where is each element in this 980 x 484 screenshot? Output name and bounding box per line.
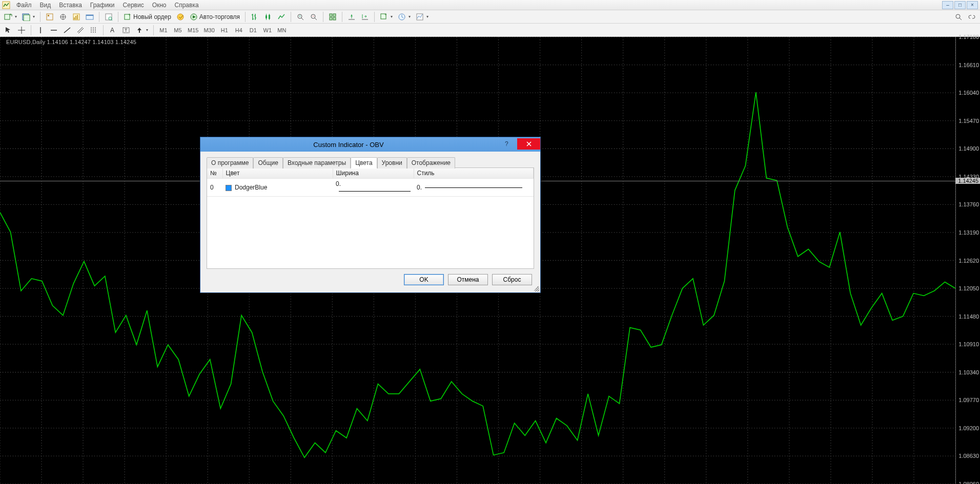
cancel-button[interactable]: Отмена xyxy=(448,274,488,285)
color-name: DodgerBlue xyxy=(235,184,267,191)
col-width[interactable]: Ширина xyxy=(333,168,414,179)
col-n[interactable]: № xyxy=(207,168,222,179)
close-button[interactable]: × xyxy=(967,1,978,9)
tab-levels[interactable]: Уровни xyxy=(377,157,407,169)
menu-service[interactable]: Сервис xyxy=(119,1,148,10)
colors-grid[interactable]: № Цвет Ширина Стиль 0 DodgerBlue 0. xyxy=(207,168,534,197)
y-axis-label: 1.11480 xyxy=(958,313,979,320)
text-label-button[interactable]: T xyxy=(120,25,132,36)
profiles-button[interactable] xyxy=(20,11,37,23)
minimize-button[interactable]: – xyxy=(942,1,953,9)
svg-rect-6 xyxy=(48,15,49,16)
bar-chart-button[interactable] xyxy=(249,11,261,23)
tab-about[interactable]: О программе xyxy=(207,157,253,169)
hline-button[interactable] xyxy=(48,25,60,36)
fibo-button[interactable] xyxy=(88,25,100,36)
tf-m30[interactable]: M30 xyxy=(201,25,216,36)
chart-area[interactable]: EURUSD,Daily 1.14106 1.14247 1.14103 1.1… xyxy=(0,37,980,484)
strategy-tester-button[interactable] xyxy=(103,11,115,23)
svg-point-18 xyxy=(177,14,183,20)
reset-button[interactable]: Сброс xyxy=(492,274,532,285)
menu-view[interactable]: Вид xyxy=(36,1,55,10)
svg-rect-28 xyxy=(333,14,336,16)
indicator-dialog[interactable]: Custom Indicator - OBV ? О программе Общ… xyxy=(200,137,541,293)
y-axis-label: 1.10910 xyxy=(958,341,979,347)
maximize-button[interactable]: □ xyxy=(954,1,966,9)
svg-text:+: + xyxy=(299,14,301,18)
tf-w1[interactable]: W1 xyxy=(261,25,274,36)
search-button[interactable] xyxy=(952,11,965,23)
dialog-titlebar[interactable]: Custom Indicator - OBV ? xyxy=(200,137,540,152)
zoom-out-button[interactable]: − xyxy=(308,11,320,23)
style-value: 0. xyxy=(417,184,422,191)
tf-m1[interactable]: M1 xyxy=(157,25,170,36)
tf-h1[interactable]: H1 xyxy=(218,25,231,36)
metaeditor-button[interactable] xyxy=(174,11,187,23)
y-axis-label: 1.08060 xyxy=(958,481,979,484)
window-controls: – □ × xyxy=(942,1,979,9)
tf-m5[interactable]: M5 xyxy=(171,25,185,36)
cell-width[interactable]: 0. xyxy=(333,179,414,197)
autoscroll-button[interactable] xyxy=(359,11,371,23)
dialog-footer: OK Отмена Сброс xyxy=(207,269,534,286)
menu-charts[interactable]: Графики xyxy=(86,1,119,10)
arrows-button[interactable] xyxy=(133,25,150,36)
menu-window[interactable]: Окно xyxy=(148,1,171,10)
tab-colors[interactable]: Цвета xyxy=(351,157,377,169)
indicators-button[interactable]: + xyxy=(378,11,395,23)
dialog-help-button[interactable]: ? xyxy=(497,138,517,150)
y-axis-label: 1.10340 xyxy=(958,369,979,375)
tf-d1[interactable]: D1 xyxy=(247,25,260,36)
line-chart-button[interactable] xyxy=(275,11,288,23)
trendline-button[interactable] xyxy=(61,25,73,36)
tf-mn[interactable]: MN xyxy=(275,25,289,36)
tf-m15[interactable]: M15 xyxy=(186,25,200,36)
candle-chart-button[interactable] xyxy=(262,11,274,23)
svg-rect-5 xyxy=(47,14,53,20)
zoom-in-button[interactable]: + xyxy=(294,11,307,23)
navigator-button[interactable] xyxy=(57,11,69,23)
text-button[interactable]: A xyxy=(107,25,119,36)
price-axis: 1.171801.166101.160401.154701.149001.143… xyxy=(955,37,980,484)
crosshair-button[interactable] xyxy=(15,25,28,36)
menu-file[interactable]: Файл xyxy=(12,1,36,10)
col-color[interactable]: Цвет xyxy=(222,168,333,179)
tab-display[interactable]: Отображение xyxy=(407,157,455,169)
dialog-close-button[interactable] xyxy=(517,138,540,150)
shift-chart-button[interactable] xyxy=(345,11,358,23)
vline-button[interactable] xyxy=(34,25,47,36)
svg-text:A: A xyxy=(110,27,114,34)
autotrade-button[interactable]: Авто-торговля xyxy=(188,11,242,23)
periods-button[interactable] xyxy=(396,11,413,23)
tf-h4[interactable]: H4 xyxy=(232,25,246,36)
tab-inputs[interactable]: Входные параметры xyxy=(283,157,351,169)
dialog-tabs: О программе Общие Входные параметры Цвет… xyxy=(207,157,534,168)
data-window-button[interactable] xyxy=(70,11,83,23)
menu-help[interactable]: Справка xyxy=(171,1,203,10)
svg-text:+: + xyxy=(9,13,12,17)
cell-style[interactable]: 0. xyxy=(414,179,534,197)
templates-button[interactable] xyxy=(414,11,431,23)
channel-button[interactable] xyxy=(74,25,87,36)
tile-windows-button[interactable] xyxy=(326,11,339,23)
cell-color[interactable]: DodgerBlue xyxy=(222,179,333,197)
link-button[interactable] xyxy=(966,11,978,23)
grid-row[interactable]: 0 DodgerBlue 0. 0. xyxy=(207,179,534,197)
terminal-button[interactable] xyxy=(84,11,96,23)
tab-panel-colors: № Цвет Ширина Стиль 0 DodgerBlue 0. xyxy=(207,167,534,269)
y-axis-label: 1.12050 xyxy=(958,285,979,291)
cursor-button[interactable] xyxy=(2,25,14,36)
toolbar-drawing: A T M1 M5 M15 M30 H1 H4 D1 W1 MN xyxy=(0,24,980,37)
resize-grip-icon[interactable] xyxy=(534,286,539,291)
menu-insert[interactable]: Вставка xyxy=(55,1,86,10)
ok-button[interactable]: OK xyxy=(404,274,444,285)
width-sample xyxy=(339,191,411,192)
cell-n: 0 xyxy=(207,179,222,197)
tab-common[interactable]: Общие xyxy=(253,157,282,169)
svg-text:−: − xyxy=(312,14,314,18)
y-axis-label: 1.14900 xyxy=(958,145,979,152)
col-style[interactable]: Стиль xyxy=(414,168,534,179)
market-watch-button[interactable] xyxy=(44,11,56,23)
new-order-button[interactable]: + Новый ордер xyxy=(121,11,173,23)
new-chart-button[interactable]: + xyxy=(2,11,19,23)
